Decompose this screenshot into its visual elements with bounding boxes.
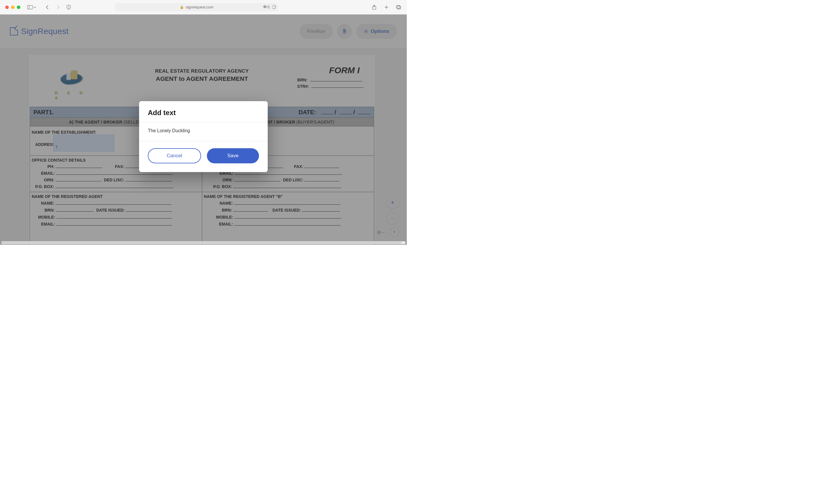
- add-text-input[interactable]: [148, 128, 259, 134]
- window-minimize-button[interactable]: [11, 5, 15, 9]
- svg-rect-0: [28, 5, 33, 9]
- translate-icon[interactable]: �综: [263, 5, 270, 10]
- horizontal-scrollbar[interactable]: [1, 241, 406, 244]
- lock-icon: 🔒: [180, 5, 184, 9]
- url-bar[interactable]: 🔒 signrequest.com �综: [115, 3, 278, 11]
- window-traffic-lights: [5, 5, 20, 9]
- save-button[interactable]: Save: [207, 148, 259, 163]
- svg-rect-4: [397, 5, 400, 8]
- browser-chrome: 🔒 signrequest.com �综: [0, 0, 407, 15]
- modal-title: Add text: [148, 109, 259, 117]
- share-button[interactable]: [371, 4, 377, 10]
- window-close-button[interactable]: [5, 5, 9, 9]
- add-text-modal: Add text Cancel Save: [139, 101, 268, 172]
- new-tab-button[interactable]: [383, 4, 389, 10]
- back-button[interactable]: [44, 4, 50, 10]
- privacy-shield-icon[interactable]: [66, 5, 71, 10]
- app-viewport: SignRequest Finalize Options FORM I REAL…: [0, 15, 407, 245]
- reload-icon[interactable]: [272, 5, 276, 9]
- forward-button[interactable]: [55, 4, 61, 10]
- tab-overview-button[interactable]: [396, 4, 401, 10]
- sidebar-toggle-button[interactable]: [27, 5, 36, 9]
- window-zoom-button[interactable]: [17, 5, 20, 9]
- url-text: signrequest.com: [186, 5, 213, 9]
- cancel-button[interactable]: Cancel: [148, 148, 201, 163]
- chevron-down-icon: [33, 6, 36, 9]
- svg-rect-3: [397, 6, 401, 9]
